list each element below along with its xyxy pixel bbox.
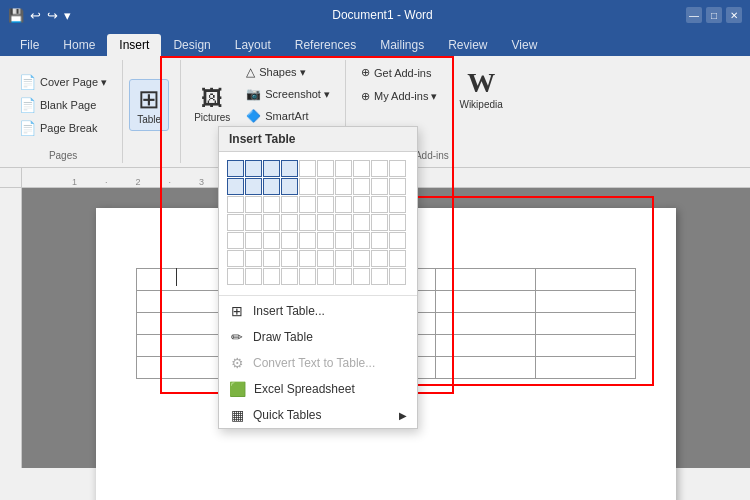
grid-cell[interactable] bbox=[353, 214, 370, 231]
grid-cell[interactable] bbox=[335, 214, 352, 231]
grid-cell[interactable] bbox=[335, 268, 352, 285]
grid-cell[interactable] bbox=[389, 268, 406, 285]
table-grid[interactable] bbox=[227, 160, 409, 285]
blank-page-button[interactable]: 📄 Blank Page bbox=[12, 94, 114, 116]
grid-cell[interactable] bbox=[389, 178, 406, 195]
tab-design[interactable]: Design bbox=[161, 34, 222, 56]
tab-file[interactable]: File bbox=[8, 34, 51, 56]
grid-cell[interactable] bbox=[371, 268, 388, 285]
grid-cell[interactable] bbox=[245, 160, 262, 177]
table-button[interactable]: ⊞ Table bbox=[129, 79, 169, 131]
grid-cell[interactable] bbox=[281, 268, 298, 285]
screenshot-button[interactable]: 📷 Screenshot ▾ bbox=[239, 84, 337, 104]
draw-table-item[interactable]: ✏ Draw Table bbox=[219, 324, 417, 350]
grid-cell[interactable] bbox=[263, 232, 280, 249]
grid-cell[interactable] bbox=[371, 250, 388, 267]
insert-table-item[interactable]: ⊞ Insert Table... bbox=[219, 298, 417, 324]
save-icon[interactable]: 💾 bbox=[8, 8, 24, 23]
wikipedia-button[interactable]: W Wikipedia bbox=[450, 62, 511, 114]
grid-cell[interactable] bbox=[227, 232, 244, 249]
excel-spreadsheet-item[interactable]: 🟩 Excel Spreadsheet bbox=[219, 376, 417, 402]
my-addins-button[interactable]: ⊕ My Add-ins ▾ bbox=[352, 86, 446, 107]
grid-cell[interactable] bbox=[281, 196, 298, 213]
grid-cell[interactable] bbox=[245, 196, 262, 213]
grid-cell[interactable] bbox=[263, 178, 280, 195]
get-addins-button[interactable]: ⊕ Get Add-ins bbox=[352, 62, 446, 83]
grid-cell[interactable] bbox=[245, 268, 262, 285]
grid-cell[interactable] bbox=[317, 160, 334, 177]
tab-home[interactable]: Home bbox=[51, 34, 107, 56]
tab-references[interactable]: References bbox=[283, 34, 368, 56]
grid-cell[interactable] bbox=[281, 214, 298, 231]
quick-tables-item[interactable]: ▦ Quick Tables ▶ bbox=[219, 402, 417, 428]
grid-cell[interactable] bbox=[317, 214, 334, 231]
grid-cell[interactable] bbox=[245, 214, 262, 231]
grid-cell[interactable] bbox=[299, 160, 316, 177]
grid-cell[interactable] bbox=[389, 214, 406, 231]
grid-cell[interactable] bbox=[227, 178, 244, 195]
tab-review[interactable]: Review bbox=[436, 34, 499, 56]
pictures-button[interactable]: 🖼 Pictures bbox=[187, 79, 237, 131]
grid-cell[interactable] bbox=[353, 250, 370, 267]
redo-icon[interactable]: ↪ bbox=[47, 8, 58, 23]
grid-cell[interactable] bbox=[389, 232, 406, 249]
grid-cell[interactable] bbox=[281, 232, 298, 249]
grid-cell[interactable] bbox=[299, 232, 316, 249]
maximize-button[interactable]: □ bbox=[706, 7, 722, 23]
grid-cell[interactable] bbox=[389, 250, 406, 267]
grid-cell[interactable] bbox=[299, 196, 316, 213]
grid-cell[interactable] bbox=[263, 214, 280, 231]
grid-cell[interactable] bbox=[317, 178, 334, 195]
grid-cell[interactable] bbox=[335, 196, 352, 213]
grid-cell[interactable] bbox=[245, 178, 262, 195]
grid-cell[interactable] bbox=[227, 160, 244, 177]
grid-cell[interactable] bbox=[245, 250, 262, 267]
grid-cell[interactable] bbox=[335, 178, 352, 195]
grid-cell[interactable] bbox=[371, 178, 388, 195]
grid-cell[interactable] bbox=[281, 178, 298, 195]
grid-cell[interactable] bbox=[299, 214, 316, 231]
grid-cell[interactable] bbox=[353, 178, 370, 195]
grid-cell[interactable] bbox=[317, 196, 334, 213]
grid-cell[interactable] bbox=[263, 250, 280, 267]
tab-mailings[interactable]: Mailings bbox=[368, 34, 436, 56]
grid-cell[interactable] bbox=[353, 232, 370, 249]
grid-cell[interactable] bbox=[227, 250, 244, 267]
grid-cell[interactable] bbox=[263, 160, 280, 177]
grid-cell[interactable] bbox=[281, 160, 298, 177]
grid-cell[interactable] bbox=[353, 196, 370, 213]
grid-cell[interactable] bbox=[371, 232, 388, 249]
grid-cell[interactable] bbox=[299, 250, 316, 267]
grid-cell[interactable] bbox=[263, 196, 280, 213]
grid-cell[interactable] bbox=[353, 268, 370, 285]
grid-cell[interactable] bbox=[335, 250, 352, 267]
close-button[interactable]: ✕ bbox=[726, 7, 742, 23]
grid-cell[interactable] bbox=[317, 232, 334, 249]
grid-cell[interactable] bbox=[335, 160, 352, 177]
grid-cell[interactable] bbox=[299, 178, 316, 195]
grid-cell[interactable] bbox=[317, 250, 334, 267]
shapes-button[interactable]: △ Shapes ▾ bbox=[239, 62, 337, 82]
grid-cell[interactable] bbox=[371, 160, 388, 177]
tab-insert[interactable]: Insert bbox=[107, 34, 161, 56]
grid-cell[interactable] bbox=[389, 196, 406, 213]
smartart-button[interactable]: 🔷 SmartArt bbox=[239, 106, 337, 126]
grid-cell[interactable] bbox=[353, 160, 370, 177]
grid-cell[interactable] bbox=[227, 268, 244, 285]
customize-icon[interactable]: ▾ bbox=[64, 8, 71, 23]
tab-layout[interactable]: Layout bbox=[223, 34, 283, 56]
undo-icon[interactable]: ↩ bbox=[30, 8, 41, 23]
grid-cell[interactable] bbox=[227, 196, 244, 213]
grid-cell[interactable] bbox=[227, 214, 244, 231]
grid-cell[interactable] bbox=[317, 268, 334, 285]
cover-page-button[interactable]: 📄 Cover Page ▾ bbox=[12, 71, 114, 93]
page-break-button[interactable]: 📄 Page Break bbox=[12, 117, 114, 139]
grid-cell[interactable] bbox=[371, 214, 388, 231]
grid-cell[interactable] bbox=[281, 250, 298, 267]
tab-view[interactable]: View bbox=[500, 34, 550, 56]
grid-cell[interactable] bbox=[371, 196, 388, 213]
minimize-button[interactable]: — bbox=[686, 7, 702, 23]
grid-cell[interactable] bbox=[389, 160, 406, 177]
grid-cell[interactable] bbox=[299, 268, 316, 285]
grid-cell[interactable] bbox=[245, 232, 262, 249]
